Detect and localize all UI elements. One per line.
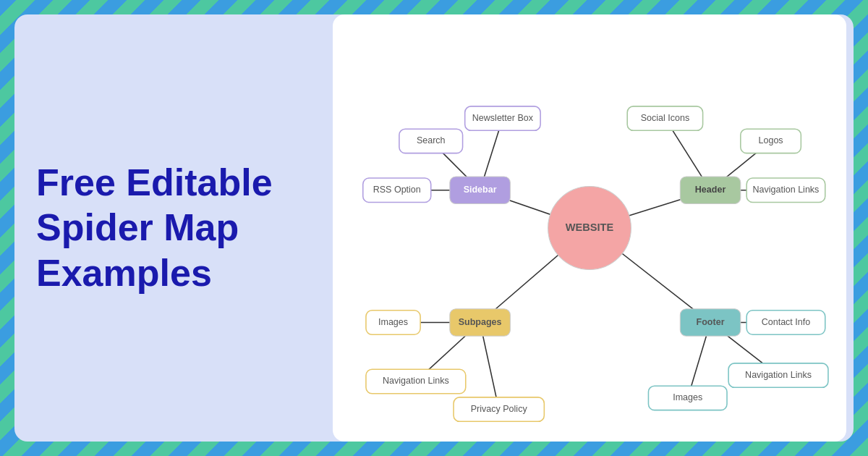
privacy-policy-label: Privacy Policy: [471, 404, 528, 414]
subpages-label: Subpages: [459, 317, 502, 327]
nav-links-header-label: Navigation Links: [753, 185, 820, 195]
footer-label: Footer: [697, 317, 725, 327]
center-node-label: WEBSITE: [566, 221, 614, 233]
page-title: Free Editable Spider Map Examples: [36, 160, 297, 295]
nav-links-footer-label: Navigation Links: [745, 370, 812, 380]
search-label: Search: [417, 135, 446, 145]
social-icons-label: Social Icons: [641, 113, 689, 123]
left-panel: Free Editable Spider Map Examples: [36, 160, 297, 295]
rss-label: RSS Option: [373, 185, 421, 195]
newsletter-label: Newsletter Box: [472, 113, 534, 123]
diagram-panel: WEBSITE Sidebar Header Subpages Footer S…: [333, 14, 846, 442]
header-label: Header: [695, 185, 726, 195]
sidebar-label: Sidebar: [464, 185, 497, 195]
logos-label: Logos: [759, 135, 783, 145]
images-footer-label: Images: [673, 392, 702, 402]
images-subpages-label: Images: [378, 317, 408, 327]
nav-links-subpages-label: Navigation Links: [383, 376, 449, 386]
contact-info-label: Contact Info: [762, 317, 811, 327]
